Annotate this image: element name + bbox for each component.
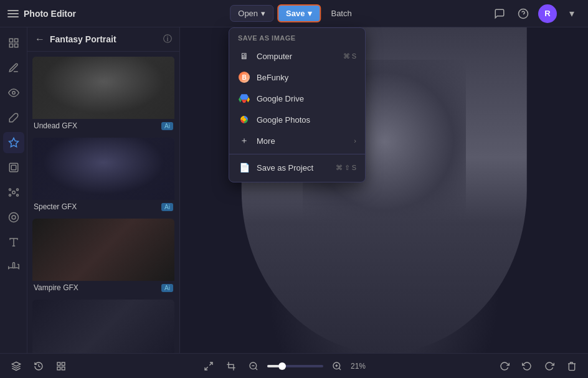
svg-rect-9 <box>9 163 18 172</box>
svg-line-32 <box>339 368 341 370</box>
svg-rect-27 <box>229 364 234 367</box>
panel-info-button[interactable]: ⓘ <box>163 34 172 45</box>
sidebar-frames-button[interactable] <box>3 157 24 178</box>
befunky-icon: B <box>238 71 250 83</box>
effect-label-undead: Undead GFX Ai <box>32 119 174 133</box>
effects-panel: ← Fantasy Portrait ⓘ Undead GFX Ai Spect… <box>27 27 180 353</box>
google-drive-icon <box>238 92 250 105</box>
save-gdrive-item[interactable]: Google Drive <box>229 88 365 109</box>
open-button[interactable]: Open ▾ <box>230 5 273 22</box>
grid-icon-button[interactable] <box>52 357 70 375</box>
zoom-slider-fill <box>267 365 279 367</box>
save-computer-label: Computer <box>257 52 292 61</box>
save-dropdown-menu: Save as Image 🖥 Computer ⌘ S B BeFunky G… <box>229 27 366 182</box>
svg-point-15 <box>16 194 18 196</box>
effect-item-vampire[interactable]: Vampire GFX Ai <box>32 219 174 295</box>
dropdown-section-title: Save as Image <box>229 32 365 45</box>
svg-point-7 <box>12 92 15 95</box>
app-title: Photo Editor <box>24 9 76 19</box>
save-more-item[interactable]: ＋ More › <box>229 130 365 151</box>
icon-sidebar <box>0 27 27 353</box>
topbar-left: Photo Editor <box>7 9 76 19</box>
history-icon-button[interactable] <box>30 357 47 375</box>
sidebar-effects-button[interactable] <box>3 132 24 153</box>
sidebar-layers-button[interactable] <box>3 32 24 54</box>
sidebar-edit-button[interactable] <box>3 57 24 78</box>
delete-button[interactable] <box>563 357 581 375</box>
sidebar-paint-button[interactable] <box>3 107 24 128</box>
project-shortcut: ⌘ ⇧ S <box>336 164 356 172</box>
sidebar-eye-button[interactable] <box>3 82 24 103</box>
effect-label-vampire: Vampire GFX Ai <box>32 281 174 295</box>
avatar-button[interactable]: R <box>538 4 557 23</box>
dropdown-divider <box>229 154 365 154</box>
effect-item-undead[interactable]: Undead GFX Ai <box>32 57 174 133</box>
svg-rect-24 <box>57 367 60 370</box>
chevron-down-icon-button[interactable]: ▾ <box>563 5 581 22</box>
computer-icon: 🖥 <box>238 50 250 62</box>
svg-point-12 <box>9 189 11 191</box>
svg-point-13 <box>16 189 18 191</box>
save-befunky-label: BeFunky <box>257 73 288 82</box>
help-icon-button[interactable] <box>514 5 532 22</box>
sidebar-touch-button[interactable] <box>3 257 24 278</box>
batch-button[interactable]: Batch <box>325 6 358 21</box>
svg-point-17 <box>12 215 16 219</box>
save-computer-item[interactable]: 🖥 Computer ⌘ S <box>229 45 365 67</box>
effect-name-vampire: Vampire GFX <box>34 283 78 292</box>
ai-badge-undead: Ai <box>161 122 173 130</box>
save-gphotos-item[interactable]: Google Photos <box>229 109 365 130</box>
fit-icon-button[interactable] <box>200 357 217 375</box>
topbar: Photo Editor Open ▾ Save ▾ Batch R ▾ <box>0 0 588 27</box>
crop-icon-button[interactable] <box>222 357 240 375</box>
rotate-right-icon-button[interactable] <box>496 357 513 375</box>
zoom-in-button[interactable] <box>328 357 346 375</box>
svg-rect-3 <box>9 39 12 42</box>
effect-item-outerworld[interactable]: Outerworld GFX Ai <box>32 300 174 353</box>
chat-icon-button[interactable] <box>491 5 508 22</box>
effect-thumb-vampire <box>32 219 174 281</box>
svg-rect-23 <box>62 367 65 370</box>
sidebar-text-button[interactable] <box>3 232 24 253</box>
google-photos-icon <box>238 113 250 126</box>
undo-button[interactable] <box>518 357 536 375</box>
save-button[interactable]: Save ▾ <box>277 4 321 22</box>
svg-rect-6 <box>14 44 17 47</box>
menu-icon <box>7 10 19 17</box>
sidebar-graphics-button[interactable] <box>3 207 24 228</box>
svg-rect-10 <box>11 165 16 170</box>
zoom-slider[interactable] <box>267 365 323 367</box>
effect-thumb-undead <box>32 57 174 119</box>
zoom-thumb[interactable] <box>278 362 286 370</box>
save-gdrive-label: Google Drive <box>257 94 304 103</box>
more-chevron-icon: › <box>354 137 356 144</box>
topbar-right: R ▾ <box>491 4 581 23</box>
effect-name-specter: Specter GFX <box>34 202 77 211</box>
bottombar: 21% <box>0 353 588 378</box>
effect-thumb-outerworld <box>32 300 174 353</box>
zoom-out-button[interactable] <box>245 357 262 375</box>
svg-point-14 <box>9 194 11 196</box>
effect-label-specter: Specter GFX Ai <box>32 200 174 214</box>
effect-thumb-specter <box>32 138 174 200</box>
svg-rect-4 <box>14 39 17 42</box>
layers-icon-button[interactable] <box>7 357 25 375</box>
redo-button[interactable] <box>541 357 558 375</box>
panel-effects-list: Undead GFX Ai Specter GFX Ai Vampire GFX… <box>27 52 179 353</box>
more-icon: ＋ <box>238 135 250 147</box>
svg-line-26 <box>205 367 208 370</box>
save-more-label: More <box>257 136 275 146</box>
save-befunky-item[interactable]: B BeFunky <box>229 67 365 88</box>
save-gphotos-label: Google Photos <box>257 115 310 125</box>
svg-marker-8 <box>9 138 18 147</box>
chevron-down-icon: ▾ <box>261 9 265 18</box>
save-project-label: Save as Project <box>257 163 313 172</box>
save-project-item[interactable]: 📄 Save as Project ⌘ ⇧ S <box>229 157 365 178</box>
effect-item-specter[interactable]: Specter GFX Ai <box>32 138 174 214</box>
svg-point-11 <box>12 191 15 194</box>
panel-back-button[interactable]: ← <box>35 34 45 45</box>
sidebar-elements-button[interactable] <box>3 182 24 203</box>
bottombar-center: 21% <box>200 357 366 375</box>
svg-marker-20 <box>12 362 20 366</box>
bottombar-right <box>496 357 581 375</box>
